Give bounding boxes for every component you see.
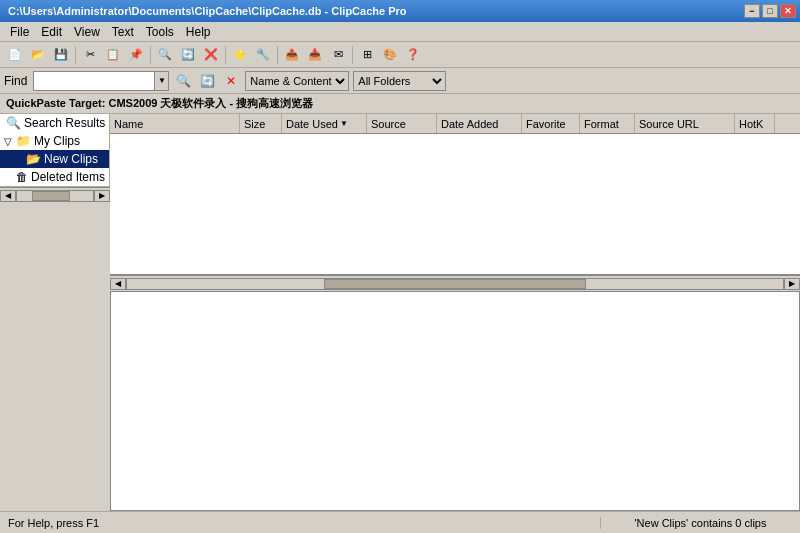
tb-cut[interactable]: ✂ [79,44,101,66]
tree-expand-myclips: ▽ [4,136,14,147]
left-scroll-track[interactable] [16,190,94,202]
col-date-added[interactable]: Date Added [437,114,522,133]
tb-sep5 [352,46,353,64]
find-dropdown-btn[interactable]: ▼ [154,72,168,90]
menu-help[interactable]: Help [180,23,217,41]
tb-help[interactable]: ❓ [402,44,424,66]
col-favorite[interactable]: Favorite [522,114,580,133]
title-bar: C:\Users\Administrator\Documents\ClipCac… [0,0,800,22]
find-input[interactable] [34,72,154,90]
tb-sep2 [150,46,151,64]
col-hotkey[interactable]: HotK [735,114,775,133]
tb-star[interactable]: ⭐ [229,44,251,66]
tb-grid[interactable]: ⊞ [356,44,378,66]
h-scroll-thumb[interactable] [324,279,586,289]
my-clips-icon: 📁 [16,134,31,148]
col-source[interactable]: Source [367,114,437,133]
toolbar: 📄 📂 💾 ✂ 📋 📌 🔍 🔄 ❌ ⭐ 🔧 📤 📥 ✉ ⊞ 🎨 ❓ [0,42,800,68]
col-name[interactable]: Name [110,114,240,133]
maximize-button[interactable]: □ [762,4,778,18]
find-go-button[interactable]: 🔍 [173,71,193,91]
left-panel: 🔍 Search Results ▽ 📁 My Clips 📂 New Clip… [0,114,110,187]
tb-refresh[interactable]: 🔄 [177,44,199,66]
tb-import[interactable]: 📥 [304,44,326,66]
left-container: 🔍 Search Results ▽ 📁 My Clips 📂 New Clip… [0,114,110,511]
date-used-sort-icon: ▼ [340,119,348,128]
menu-edit[interactable]: Edit [35,23,68,41]
tree-label-new-clips: New Clips [44,152,98,166]
tb-mail[interactable]: ✉ [327,44,349,66]
title-bar-controls: − □ ✕ [744,4,796,18]
tree-item-search-results[interactable]: 🔍 Search Results [0,114,109,132]
h-scroll-right[interactable]: ▶ [784,278,800,290]
col-date-used[interactable]: Date Used ▼ [282,114,367,133]
find-label: Find [4,74,27,88]
tb-copy[interactable]: 📋 [102,44,124,66]
tb-open[interactable]: 📂 [27,44,49,66]
find-bar: Find ▼ 🔍 🔄 ✕ Name & Content Name Only Co… [0,68,800,94]
find-clear-button[interactable]: ✕ [221,71,241,91]
menu-text[interactable]: Text [106,23,140,41]
find-input-wrap: ▼ [33,71,169,91]
tb-save[interactable]: 💾 [50,44,72,66]
col-source-url[interactable]: Source URL [635,114,735,133]
tb-sep3 [225,46,226,64]
deleted-items-icon: 🗑 [16,170,28,184]
tb-sep4 [277,46,278,64]
tree-label-my-clips: My Clips [34,134,80,148]
left-scroll-left[interactable]: ◀ [0,190,16,202]
new-clips-icon: 📂 [26,152,41,166]
right-panel: Name Size Date Used ▼ Source Date Added … [110,114,800,511]
tb-export[interactable]: 📤 [281,44,303,66]
tree-label-search-results: Search Results [24,116,105,130]
find-type-select[interactable]: Name & Content Name Only Content Only [245,71,349,91]
tree-item-my-clips[interactable]: ▽ 📁 My Clips [0,132,109,150]
tb-settings[interactable]: 🔧 [252,44,274,66]
col-size[interactable]: Size [240,114,282,133]
tb-find[interactable]: 🔍 [154,44,176,66]
left-scrollbar[interactable]: ◀ ▶ [0,187,110,203]
tb-color[interactable]: 🎨 [379,44,401,66]
minimize-button[interactable]: − [744,4,760,18]
close-button[interactable]: ✕ [780,4,796,18]
h-scrollbar-area[interactable]: ◀ ▶ [110,275,800,291]
status-right: 'New Clips' contains 0 clips [600,517,800,529]
status-bar: For Help, press F1 'New Clips' contains … [0,511,800,533]
menu-file[interactable]: File [4,23,35,41]
tb-sep1 [75,46,76,64]
quickpaste-bar: QuickPaste Target: CMS2009 天极软件录入 - 搜狗高速… [0,94,800,114]
tb-delete[interactable]: ❌ [200,44,222,66]
left-scroll-right[interactable]: ▶ [94,190,110,202]
menu-tools[interactable]: Tools [140,23,180,41]
search-results-icon: 🔍 [6,116,21,130]
status-left: For Help, press F1 [0,517,600,529]
tree-label-deleted-items: Deleted Items [31,170,105,184]
h-scroll-left[interactable]: ◀ [110,278,126,290]
tree-item-deleted-items[interactable]: 🗑 Deleted Items [0,168,109,186]
tb-paste[interactable]: 📌 [125,44,147,66]
table-body [110,134,800,274]
left-scroll-thumb[interactable] [32,191,70,201]
find-refresh-icon[interactable]: 🔄 [197,71,217,91]
col-format[interactable]: Format [580,114,635,133]
find-folder-select[interactable]: All Folders Current Folder [353,71,446,91]
main-area: 🔍 Search Results ▽ 📁 My Clips 📂 New Clip… [0,114,800,511]
h-scroll-track[interactable] [126,278,784,290]
tree-item-new-clips[interactable]: 📂 New Clips [0,150,109,168]
preview-area [110,291,800,511]
tb-new[interactable]: 📄 [4,44,26,66]
quickpaste-label: QuickPaste Target: CMS2009 天极软件录入 - 搜狗高速… [6,96,313,111]
menu-bar: File Edit View Text Tools Help [0,22,800,42]
table-area: Name Size Date Used ▼ Source Date Added … [110,114,800,275]
menu-view[interactable]: View [68,23,106,41]
table-header: Name Size Date Used ▼ Source Date Added … [110,114,800,134]
title-bar-title: C:\Users\Administrator\Documents\ClipCac… [8,5,744,17]
